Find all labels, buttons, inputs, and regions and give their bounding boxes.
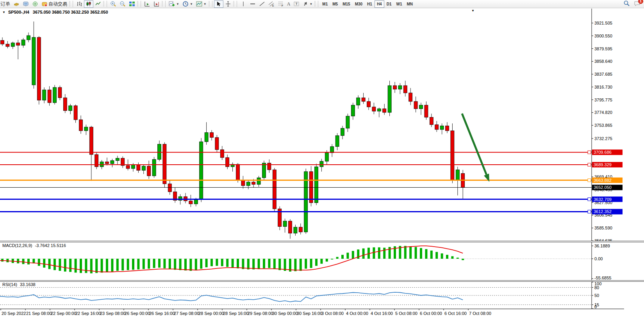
- timeframe-d1[interactable]: D1: [384, 0, 394, 8]
- timeframe-h1[interactable]: H1: [365, 0, 375, 8]
- y-tick-label: 3795.775: [594, 98, 612, 102]
- main-price-chart[interactable]: 3921.5053900.5503879.5953858.6403837.685…: [0, 9, 644, 241]
- candle-body: [430, 117, 433, 125]
- line-handle[interactable]: [588, 210, 591, 213]
- candle-body: [393, 85, 397, 89]
- macd-histogram-bar: [143, 259, 145, 269]
- timeframe-m1[interactable]: M1: [320, 0, 330, 8]
- cursor-icon: [216, 1, 222, 7]
- text-icon: A: [287, 1, 291, 7]
- period-button[interactable]: ▼: [181, 0, 194, 8]
- macd-histogram-bar: [346, 252, 349, 259]
- candle-body: [58, 87, 62, 98]
- equidistant-channel-button[interactable]: E: [267, 0, 276, 8]
- cursor-button[interactable]: [214, 0, 223, 8]
- gold-bar-button[interactable]: [12, 0, 21, 8]
- candle-body: [451, 131, 454, 180]
- main-toolbar: 新订单 自动交易 ▼ ▼: [0, 0, 644, 8]
- panel-divider-macd[interactable]: [0, 241, 644, 242]
- auto-trading-button[interactable]: 自动交易: [40, 0, 69, 8]
- macd-histogram-bar: [383, 248, 385, 259]
- macd-histogram-bar: [242, 259, 244, 269]
- timeframe-m30[interactable]: M30: [353, 0, 365, 8]
- macd-histogram-bar: [200, 259, 202, 269]
- macd-histogram-bar: [315, 259, 318, 266]
- new-chart-button[interactable]: ▼: [167, 0, 181, 8]
- timeframe-m5[interactable]: M5: [330, 0, 340, 8]
- macd-histogram-bar: [106, 259, 108, 272]
- arrows-button[interactable]: ▼: [301, 0, 314, 8]
- macd-histogram-bar: [158, 259, 161, 268]
- price-line-badge-label: 3709.686: [594, 150, 612, 155]
- x-tick-label: 30 Sep 00:00: [272, 311, 298, 316]
- candle-body: [27, 36, 30, 40]
- price-line-badge-label: 3652.050: [594, 185, 612, 190]
- timeframe-row: M1M5M15M30H1H4D1W1MN: [320, 0, 415, 8]
- zoom-out-button[interactable]: [118, 0, 127, 8]
- line-handle[interactable]: [588, 151, 591, 154]
- templates-button[interactable]: ▼: [194, 0, 208, 8]
- candle-body: [330, 147, 334, 153]
- chart-shift-marker[interactable]: ▼: [471, 9, 475, 12]
- equidistant-channel-icon: E: [268, 1, 275, 7]
- vertical-line-button[interactable]: [239, 0, 248, 8]
- chart-dropdown-marker-icon[interactable]: ▼: [2, 11, 5, 14]
- search-icon[interactable]: [623, 0, 630, 8]
- panel-divider-rsi[interactable]: [0, 280, 644, 282]
- macd-histogram-bar: [278, 259, 281, 270]
- horizontal-line-button[interactable]: [248, 0, 257, 8]
- timeframe-mn[interactable]: MN: [404, 0, 415, 8]
- macd-histogram-bar: [179, 259, 182, 270]
- line-handle[interactable]: [588, 179, 591, 182]
- trend-arrow-line[interactable]: [462, 114, 487, 174]
- candle-body: [377, 109, 381, 111]
- rsi-indicator-panel[interactable]: 1008050150: [0, 282, 644, 309]
- timeframe-w1[interactable]: W1: [394, 0, 404, 8]
- macd-histogram-bar: [409, 246, 412, 259]
- auto-scroll-button[interactable]: [143, 0, 152, 8]
- price-line-badge-label: 3612.352: [594, 209, 612, 214]
- x-tick-label: 30 Sep 16:00: [297, 311, 322, 316]
- bar-chart-button[interactable]: [75, 0, 84, 8]
- candle-body: [69, 106, 72, 111]
- zoom-in-button[interactable]: [109, 0, 118, 8]
- line-handle[interactable]: [588, 163, 591, 166]
- candle-body: [289, 221, 292, 233]
- auto-scroll-icon: [144, 1, 150, 7]
- candle-body: [425, 105, 428, 117]
- candle-body: [79, 120, 83, 131]
- macd-histogram-bar: [153, 259, 155, 268]
- macd-histogram-bar: [441, 253, 443, 259]
- chart-title[interactable]: ▼ SP500-,H4 3675.050 3680.750 3632.250 3…: [2, 10, 108, 14]
- signal-button[interactable]: [30, 0, 40, 8]
- candle-body: [262, 163, 266, 178]
- tile-windows-button[interactable]: [127, 0, 137, 8]
- text-label-button[interactable]: T: [292, 0, 301, 8]
- macd-histogram-bar: [305, 259, 307, 269]
- line-handle[interactable]: [588, 198, 591, 201]
- notifications-button[interactable]: 1: [634, 0, 641, 8]
- y-tick-label: 3879.595: [594, 46, 612, 51]
- text-button[interactable]: A: [285, 0, 292, 8]
- vertical-line-icon: [240, 1, 246, 7]
- macd-histogram-bar: [226, 259, 228, 267]
- new-order-button[interactable]: 新订单: [0, 0, 12, 8]
- macd-histogram-bar: [336, 257, 339, 259]
- terminal-button[interactable]: [21, 0, 30, 8]
- macd-histogram-bar: [352, 251, 354, 259]
- crosshair-button[interactable]: [223, 0, 233, 8]
- line-chart-button[interactable]: [93, 0, 103, 8]
- macd-indicator-panel[interactable]: 36.18890.00-55.6855: [0, 242, 644, 280]
- arrows-caret-icon: ▼: [309, 2, 312, 6]
- rsi-value: 33.1638: [20, 282, 36, 287]
- candle-body: [63, 98, 67, 111]
- trendline-button[interactable]: [257, 0, 267, 8]
- time-axis[interactable]: 20 Sep 202221 Sep 08:0022 Sep 00:0022 Se…: [0, 309, 644, 320]
- timeframe-h4[interactable]: H4: [375, 0, 384, 8]
- timeframe-m15[interactable]: M15: [340, 0, 352, 8]
- chart-shift-button[interactable]: [152, 0, 161, 8]
- candlestick-chart-button[interactable]: [84, 0, 93, 8]
- fibonacci-button[interactable]: F: [276, 0, 285, 8]
- macd-histogram-bar: [43, 259, 45, 268]
- y-tick-label: 3732.275: [594, 136, 612, 141]
